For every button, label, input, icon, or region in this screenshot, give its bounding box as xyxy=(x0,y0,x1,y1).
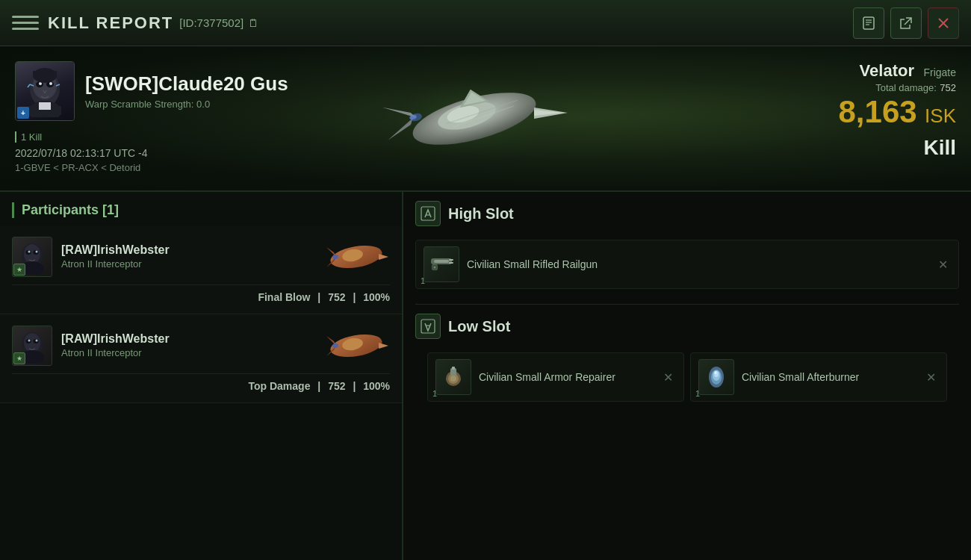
total-damage-value: 752 xyxy=(940,82,956,93)
pilot-info: + [SWOR]Claude20 Gus Warp Scramble Stren… xyxy=(15,61,288,121)
svg-rect-64 xyxy=(434,260,449,263)
isk-line: 8,163 ISK xyxy=(839,94,956,130)
report-id: [ID:7377502] xyxy=(179,16,243,29)
svg-rect-0 xyxy=(863,17,874,29)
participant-top: ★ [RAW]IrishWebster Atron II Interceptor xyxy=(12,236,390,277)
footer-damage: 752 xyxy=(328,380,345,392)
footer-percent: 100% xyxy=(363,380,390,392)
warp-strength: Warp Scramble Strength: 0.0 xyxy=(85,99,288,110)
participant-avatar: ★ xyxy=(12,326,52,366)
kill-result: Kill xyxy=(839,136,956,160)
svg-rect-66 xyxy=(449,262,453,264)
svg-point-81 xyxy=(715,371,717,374)
participant-footer: Top Damage | 752 | 100% xyxy=(12,373,390,392)
low-slot-icon xyxy=(415,314,441,339)
report-button[interactable] xyxy=(853,7,884,39)
hero-section: + [SWOR]Claude20 Gus Warp Scramble Stren… xyxy=(0,46,971,192)
share-button[interactable] xyxy=(890,7,922,39)
footer-percent: 100% xyxy=(363,291,390,303)
participant-ship-image xyxy=(323,236,390,277)
rank-star: ★ xyxy=(13,352,25,364)
svg-point-74 xyxy=(450,376,456,382)
item-qty: 1 xyxy=(432,389,437,398)
high-slot-header: High Slot xyxy=(415,201,959,231)
high-slot-section: High Slot 1 Civilian Small Rifled Rail xyxy=(403,192,971,304)
svg-point-69 xyxy=(434,267,436,269)
kill-location: 1-GBVE < PR-ACX < Detorid xyxy=(15,162,288,173)
svg-marker-43 xyxy=(379,254,388,260)
participants-title: Participants [1] xyxy=(12,202,119,218)
isk-unit: ISK xyxy=(925,105,956,127)
remove-item-button[interactable]: ✕ xyxy=(923,367,939,388)
close-icon xyxy=(937,16,950,30)
slots-panel: High Slot 1 Civilian Small Rifled Rail xyxy=(403,192,971,560)
hero-left: + [SWOR]Claude20 Gus Warp Scramble Stren… xyxy=(0,46,303,190)
ship-name: Velator xyxy=(860,61,914,80)
participant-info: [RAW]IrishWebster Atron II Interceptor xyxy=(61,332,314,358)
participants-panel: Participants [1] ★ xyxy=(0,192,403,560)
footer-damage: 752 xyxy=(328,291,345,303)
share-icon xyxy=(899,16,913,31)
header-actions xyxy=(853,7,959,39)
ship-name-line: Velator Frigate xyxy=(839,61,956,81)
footer-label: Final Blow xyxy=(258,291,310,303)
svg-point-12 xyxy=(49,82,52,85)
svg-point-11 xyxy=(39,82,42,85)
ship-type: Frigate xyxy=(923,66,956,78)
avatar-plus-icon[interactable]: + xyxy=(17,107,29,119)
svg-point-40 xyxy=(36,250,38,252)
participant-avatar: ★ xyxy=(12,237,52,277)
close-button[interactable] xyxy=(928,7,959,39)
pilot-details: [SWOR]Claude20 Gus Warp Scramble Strengt… xyxy=(85,72,288,110)
participants-header: Participants [1] xyxy=(0,192,402,225)
svg-point-52 xyxy=(28,339,31,341)
main-content: Participants [1] ★ xyxy=(0,192,971,560)
low-slot-items: 1 Civilian Small Armor Repairer ✕ xyxy=(415,352,959,417)
item-row: 1 Civilian Small Afterburner ✕ xyxy=(690,352,947,402)
footer-label: Top Damage xyxy=(248,380,310,392)
copy-id-icon[interactable]: 🗒 xyxy=(248,17,258,29)
participant-card[interactable]: ★ [RAW]IrishWebster Atron II Interceptor xyxy=(0,314,402,403)
report-icon xyxy=(861,16,876,31)
item-qty: 1 xyxy=(421,276,425,285)
menu-icon[interactable] xyxy=(12,10,39,37)
low-slot-section: Low Slot 1 Civilian Small Armor R xyxy=(403,305,971,426)
svg-rect-20 xyxy=(39,102,51,110)
rank-star: ★ xyxy=(13,264,25,276)
afterburner-icon xyxy=(698,359,734,395)
participant-card[interactable]: ★ [RAW]IrishWebster Atron II Interceptor xyxy=(0,225,402,314)
total-damage-label: Total damage: xyxy=(875,82,937,93)
item-row: 1 Civilian Small Rifled Railgun ✕ xyxy=(415,240,959,289)
pilot-name: [SWOR]Claude20 Gus xyxy=(85,72,288,96)
item-qty: 1 xyxy=(695,389,700,398)
remove-item-button[interactable]: ✕ xyxy=(935,255,951,275)
svg-line-15 xyxy=(28,84,30,87)
participant-ship: Atron II Interceptor xyxy=(61,258,314,270)
remove-item-button[interactable]: ✕ xyxy=(660,367,676,388)
svg-point-39 xyxy=(28,250,31,252)
svg-rect-65 xyxy=(449,259,453,261)
page-title: KILL REPORT xyxy=(48,13,173,33)
item-name: Civilian Small Rifled Railgun xyxy=(467,258,928,270)
high-slot-icon xyxy=(415,201,441,226)
high-slot-title: High Slot xyxy=(448,205,514,223)
ship-image xyxy=(370,59,579,178)
participant-name: [RAW]IrishWebster xyxy=(61,332,314,346)
hero-ship xyxy=(261,46,687,190)
item-row: 1 Civilian Small Armor Repairer ✕ xyxy=(427,352,684,402)
total-damage-line: Total damage: 752 xyxy=(839,81,956,94)
kill-timestamp: 2022/07/18 02:13:17 UTC -4 xyxy=(15,147,288,159)
low-slot-title: Low Slot xyxy=(448,318,510,335)
svg-point-53 xyxy=(36,339,38,341)
participant-ship: Atron II Interceptor xyxy=(61,347,314,358)
participant-name: [RAW]IrishWebster xyxy=(61,243,314,257)
item-name: Civilian Small Afterburner xyxy=(742,371,916,383)
armor-repairer-icon xyxy=(435,359,471,395)
svg-marker-56 xyxy=(379,343,388,349)
header: KILL REPORT [ID:7377502] 🗒 xyxy=(0,0,971,46)
participant-top: ★ [RAW]IrishWebster Atron II Interceptor xyxy=(12,325,390,366)
railgun-icon xyxy=(424,246,459,282)
participant-footer: Final Blow | 752 | 100% xyxy=(12,284,390,303)
hero-right: Velator Frigate Total damage: 752 8,163 … xyxy=(839,61,956,160)
avatar: + xyxy=(15,61,75,121)
